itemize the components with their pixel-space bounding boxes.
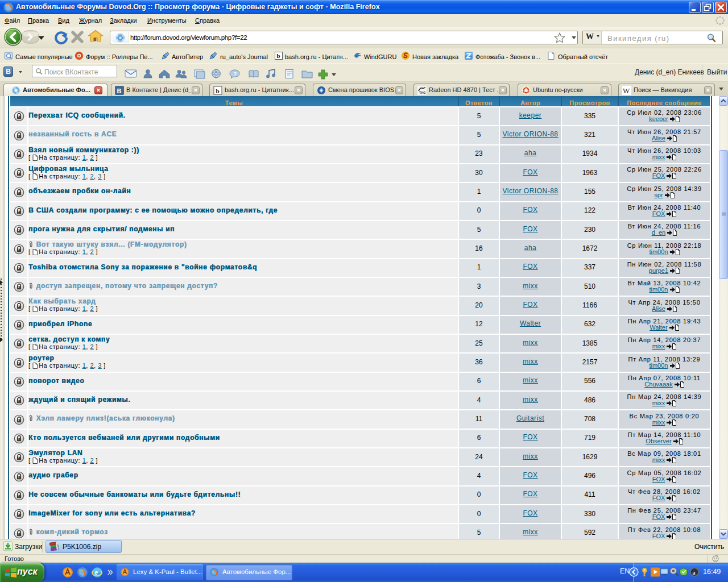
svg-text:a: a bbox=[693, 569, 696, 576]
svg-text:b: b bbox=[277, 52, 280, 59]
svg-text:THG: THG bbox=[419, 91, 426, 94]
svg-text:e: e bbox=[94, 569, 98, 576]
svg-text:b: b bbox=[216, 88, 220, 94]
svg-text:В: В bbox=[117, 88, 122, 94]
svg-text:?: ? bbox=[234, 71, 237, 77]
svg-text:W: W bbox=[623, 86, 630, 95]
